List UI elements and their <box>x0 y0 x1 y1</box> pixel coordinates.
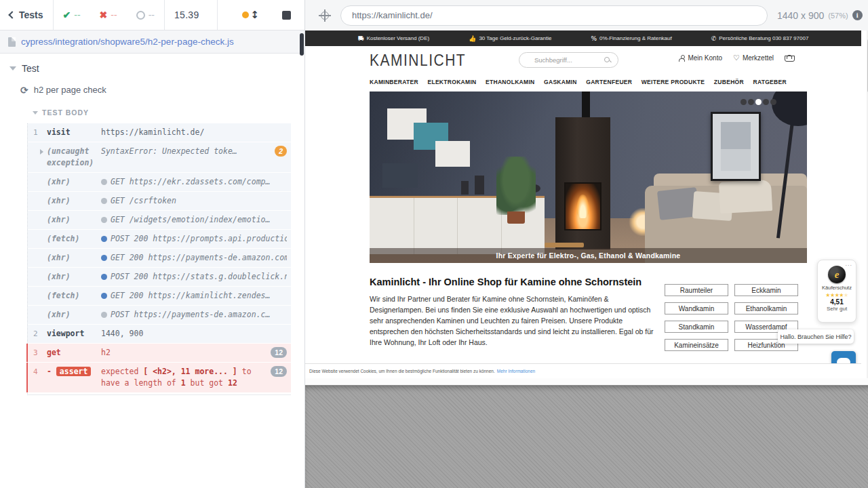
runner-dead-zone <box>305 385 868 488</box>
carousel-dot-2[interactable] <box>748 99 754 105</box>
command-message: GET /csrftoken <box>101 195 287 207</box>
topbar-item-label: 30 Tage Geld-zurück-Garantie <box>479 35 551 41</box>
nav-item-ethanolkamin[interactable]: ETHANOLKAMIN <box>486 79 535 85</box>
topbar-item-label: 0%-Finanzierung & Ratenkauf <box>599 35 672 41</box>
command-name: (xhr) <box>47 252 101 264</box>
command-message: expected [ <h2>, 11 more... ] to have a … <box>101 366 287 389</box>
nav-item-gartenfeuer[interactable]: GARTENFEUER <box>586 79 632 85</box>
topbar-item: ⛟Kostenloser Versand (DE) <box>358 35 430 42</box>
star-icon: ★ <box>844 292 848 298</box>
topbar-item-label: Kostenloser Versand (DE) <box>367 35 430 41</box>
suite-row[interactable]: Test <box>0 54 304 78</box>
cypress-runner-window: Tests ✔ -- ✖ -- -- 15.39 ↕ <box>0 0 868 488</box>
trust-rating: 4,51 <box>818 298 856 306</box>
collapse-caret-icon <box>9 66 16 70</box>
command-row[interactable]: 1visithttps://kaminlicht.de/ <box>28 123 291 142</box>
cookie-more-info-link[interactable]: Mehr Informationen <box>497 369 535 373</box>
command-message: POST 200 https://prompts.api.production.… <box>101 233 287 245</box>
trusted-shops-widget[interactable]: ... Käuferschutz ★★★★★ 4,51 Sehr gut <box>817 260 856 323</box>
command-row[interactable]: 3geth212 <box>26 344 291 362</box>
command-log: 1visithttps://kaminlicht.de/(uncaught ex… <box>27 123 291 395</box>
gray-status-dot-icon <box>101 179 107 185</box>
seo-paragraph: Wir sind Ihr Partner und Berater für Kam… <box>370 293 660 348</box>
phone-icon: ✆ <box>711 35 717 42</box>
spec-path-link[interactable]: cypress/integration/shopware5/h2-per-pag… <box>21 37 234 47</box>
carousel-dot-3[interactable] <box>755 99 762 105</box>
command-row[interactable]: (xhr)GET /csrftoken <box>28 192 291 210</box>
nav-item-elektrokamin[interactable]: ELEKTROKAMIN <box>427 79 476 85</box>
command-row[interactable]: (fetch)GET 200 https://kaminlicht.zendes… <box>28 287 291 305</box>
chat-tooltip: Hallo. Brauchen Sie Hilfe? <box>778 329 854 344</box>
command-row[interactable]: (xhr)POST https://payments-de.amazon.c… <box>28 306 291 324</box>
command-row[interactable]: (xhr)POST 200 https://stats.g.doubleclic… <box>28 268 291 286</box>
command-count-badge: 12 <box>271 366 287 377</box>
wishlist-link[interactable]: ♡ Merkzettel <box>733 54 774 62</box>
test-row[interactable]: ⟳ h2 per page check <box>0 78 304 99</box>
category-button-standkamin[interactable]: Standkamin <box>665 321 728 333</box>
stop-button[interactable] <box>269 0 304 30</box>
blue-status-dot-icon <box>101 274 107 280</box>
test-body-header[interactable]: TEST BODY <box>0 99 304 121</box>
nav-item-weitere-produkte[interactable]: WEITERE PRODUKTE <box>642 79 705 85</box>
search-input[interactable]: Suchbegriff... <box>519 52 618 68</box>
tests-button-label: Tests <box>19 9 43 20</box>
site-nav: KAMINBERATERELEKTROKAMINETHANOLKAMINGASK… <box>305 73 861 90</box>
command-name: (fetch) <box>47 233 101 245</box>
thumbs-up-icon: 👍 <box>469 35 476 42</box>
command-message: GET 200 https://kaminlicht.zendes… <box>101 290 287 302</box>
test-body-label: TEST BODY <box>42 108 89 117</box>
category-button-eckkamin[interactable]: Eckkamin <box>734 284 798 296</box>
trust-stars: ★★★★★ <box>818 292 856 298</box>
autoscroll-toggle[interactable]: ↕ <box>233 0 269 30</box>
category-button-raumteiler[interactable]: Raumteiler <box>665 284 728 296</box>
nav-item-ratgeber[interactable]: RATGEBER <box>753 79 786 85</box>
hero-slider[interactable]: Ihr Experte für Elektro-, Gas, Ethanol &… <box>370 92 807 263</box>
nav-item-gaskamin[interactable]: GASKAMIN <box>544 79 577 85</box>
carousel-dots <box>741 99 776 105</box>
trust-rating-text: Sehr gut <box>818 306 856 312</box>
url-text: https://kaminlicht.de/ <box>352 10 433 20</box>
gray-status-dot-icon <box>101 198 107 204</box>
site-logo[interactable]: KAMINLICHT <box>370 51 466 70</box>
heart-icon: ♡ <box>733 54 740 62</box>
carousel-dot-5[interactable] <box>770 99 776 105</box>
command-row[interactable]: (xhr)GET 200 https://payments-de.amazon.… <box>28 249 291 267</box>
command-name: (xhr) <box>47 271 101 283</box>
stop-icon <box>282 11 291 20</box>
command-row[interactable]: (uncaught exception)SyntaxError: Unexpec… <box>28 142 291 172</box>
command-row[interactable]: (fetch)POST 200 https://prompts.api.prod… <box>28 230 291 248</box>
person-icon <box>679 55 685 61</box>
hero-caption: Ihr Experte für Elektro-, Gas, Ethanol &… <box>370 248 807 263</box>
reporter-scrollbar-thumb[interactable] <box>300 33 304 56</box>
trust-menu-dots[interactable]: ... <box>845 260 852 267</box>
test-title: h2 per page check <box>34 85 106 95</box>
nav-item-kaminberater[interactable]: KAMINBERATER <box>370 79 418 85</box>
command-message: 1440, 900 <box>101 328 287 340</box>
command-name: (xhr) <box>47 195 101 207</box>
nav-item-zubeh-r[interactable]: ZUBEHÖR <box>714 79 744 85</box>
carousel-dot-4[interactable] <box>763 99 769 105</box>
back-to-tests-button[interactable]: Tests <box>0 0 53 30</box>
command-row[interactable]: 2viewport1440, 900 <box>28 325 291 343</box>
command-row[interactable]: (xhr)GET /widgets/emotion/index/emotio… <box>28 211 291 229</box>
account-link[interactable]: Mein Konto <box>679 54 722 62</box>
pending-count: -- <box>127 0 164 30</box>
command-row[interactable]: 4- assertexpected [ <h2>, 11 more... ] t… <box>26 363 291 392</box>
blue-status-dot-icon <box>101 255 107 261</box>
topbar-item-label: Persönliche Beratung 030 837 97007 <box>719 35 808 41</box>
site-topbar: ⛟Kostenloser Versand (DE)👍30 Tage Geld-z… <box>305 30 861 46</box>
site-header: KAMINLICHT Suchbegriff... Mein Konto ♡ M… <box>305 46 861 73</box>
passed-count: ✔ -- <box>54 0 90 30</box>
url-bar[interactable]: https://kaminlicht.de/ <box>340 5 768 26</box>
category-button-kamineins-tze[interactable]: Kamineinsätze <box>665 339 728 351</box>
topbar-item: 👍30 Tage Geld-zurück-Garantie <box>469 35 551 42</box>
cart-icon[interactable] <box>785 55 793 62</box>
command-row[interactable]: (xhr)GET https://ekr.zdassets.com/comp… <box>28 173 291 191</box>
info-icon[interactable]: i <box>852 10 863 20</box>
star-icon: ★ <box>825 292 830 298</box>
category-button-ethanolkamin[interactable]: Ethanolkamin <box>734 302 798 314</box>
carousel-dot-1[interactable] <box>741 99 747 105</box>
category-button-wandkamin[interactable]: Wandkamin <box>665 302 728 314</box>
selector-playground-icon[interactable] <box>319 9 331 22</box>
command-name: (uncaught exception) <box>47 146 101 169</box>
